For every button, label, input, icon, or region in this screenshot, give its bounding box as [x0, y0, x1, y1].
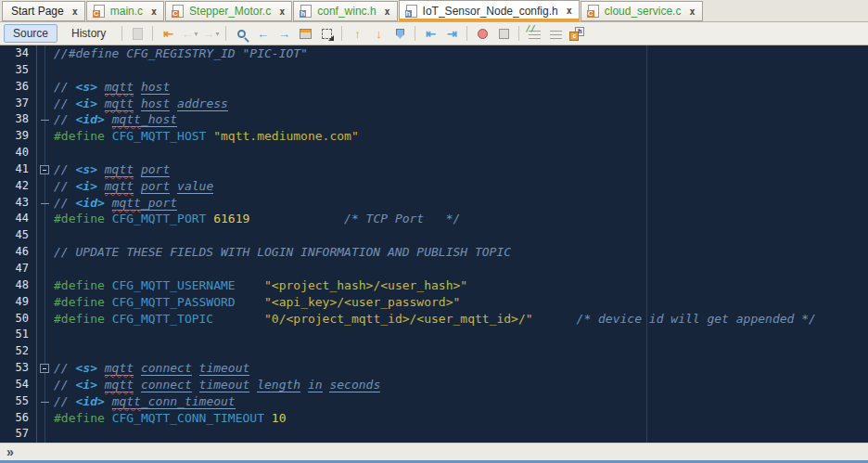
fold-column: [37, 311, 54, 328]
line-number: 41: [0, 161, 37, 178]
code-line-38[interactable]: 38// <id> mqtt_host: [0, 111, 868, 128]
fold-column: [37, 343, 54, 360]
line-number: 53: [0, 360, 37, 377]
code-line-42[interactable]: 42// <i> mqtt port value: [0, 178, 868, 195]
code-line-50[interactable]: 50#define CFG_MQTT_TOPIC "0/<project_mqt…: [0, 311, 868, 328]
breadcrumb-bar: »: [0, 443, 868, 460]
fold-column: [37, 426, 54, 443]
line-number: 52: [0, 343, 37, 360]
tab-stepper-motor-c[interactable]: CStepper_Motor.cx: [165, 1, 292, 21]
tab-close-icon[interactable]: x: [567, 6, 572, 16]
last-edit-location-icon[interactable]: ⇤: [160, 25, 176, 42]
forward-icon[interactable]: →▾: [202, 25, 219, 42]
fold-column: [37, 45, 54, 62]
fold-column: [37, 277, 54, 294]
tab-close-icon[interactable]: x: [72, 6, 78, 17]
previous-bookmark-icon[interactable]: ↑: [349, 25, 365, 42]
find-selection-icon[interactable]: [233, 25, 249, 42]
code-line-48[interactable]: 48#define CFG_MQTT_USERNAME "<project_ha…: [0, 277, 868, 294]
code-line-36[interactable]: 36// <s> mqtt host: [0, 79, 868, 96]
code-line-37[interactable]: 37// <i> mqtt host address: [0, 96, 868, 112]
code-text: // <s> mqtt connect timeout: [54, 360, 249, 377]
fold-end-mark: [41, 203, 49, 204]
code-line-55[interactable]: 55// <id> mqtt_conn_timeout: [0, 393, 868, 410]
breadcrumb-expand-icon[interactable]: »: [6, 445, 14, 458]
code-editor[interactable]: 34//#define CFG_REGISTRY_ID "PIC-IOT"353…: [0, 45, 868, 443]
code-line-45[interactable]: 45: [0, 227, 868, 244]
code-text: // <i> mqtt port value: [54, 178, 213, 195]
code-line-54[interactable]: 54// <i> mqtt connect timeout length in …: [0, 377, 868, 393]
code-line-41[interactable]: 41// <s> mqtt port: [0, 161, 868, 178]
line-number: 57: [0, 426, 37, 443]
tab-close-icon[interactable]: x: [689, 6, 695, 17]
fold-column: [37, 195, 54, 212]
toggle-bookmark-icon[interactable]: [391, 25, 408, 42]
tab-close-icon[interactable]: x: [151, 6, 157, 17]
tab-start-page[interactable]: Start Pagex: [2, 1, 85, 21]
code-line-52[interactable]: 52: [0, 343, 868, 360]
code-line-57[interactable]: 57: [0, 426, 868, 443]
tab-label: main.c: [110, 5, 143, 18]
tab-label: Stepper_Motor.c: [189, 5, 271, 18]
c-source-file-icon: C: [588, 5, 599, 18]
fold-end-mark: [41, 120, 49, 121]
source-button[interactable]: Source: [4, 24, 57, 43]
comment-icon[interactable]: //: [526, 25, 542, 42]
find-next-occurrence-icon[interactable]: →: [275, 25, 292, 42]
shift-line-right-icon[interactable]: ⇥: [443, 25, 460, 42]
tab-close-icon[interactable]: x: [385, 6, 390, 17]
line-number: 51: [0, 327, 37, 343]
line-number: 50: [0, 311, 37, 328]
versioning-diff-icon[interactable]: [129, 25, 146, 42]
line-number: 44: [0, 211, 37, 227]
code-text: // <s> mqtt host: [54, 79, 170, 96]
fold-column: [37, 244, 54, 261]
fold-column: [37, 393, 54, 410]
toolbar-separator: [341, 26, 342, 41]
code-line-43[interactable]: 43// <id> mqtt_port: [0, 195, 868, 212]
tab-conf-winc-h[interactable]: hconf_winc.hx: [293, 1, 397, 21]
uncomment-icon[interactable]: [547, 25, 564, 42]
header-file-icon: h: [300, 5, 312, 18]
shift-line-left-icon[interactable]: ⇤: [422, 25, 439, 42]
code-text: #define CFG_MQTT_CONN_TIMEOUT 10: [54, 410, 286, 427]
code-line-44[interactable]: 44#define CFG_MQTT_PORT 61619 /* TCP Por…: [0, 211, 868, 227]
fold-collapse-icon[interactable]: [40, 364, 49, 373]
code-line-35[interactable]: 35: [0, 62, 868, 79]
line-number: 48: [0, 277, 37, 294]
back-icon[interactable]: ←▾: [181, 25, 198, 42]
record-macro-icon[interactable]: [474, 25, 491, 42]
fold-column: [37, 96, 54, 112]
find-previous-occurrence-icon[interactable]: ←: [254, 25, 271, 42]
fold-column: [37, 261, 54, 277]
line-number: 40: [0, 145, 37, 161]
line-number: 39: [0, 128, 37, 145]
toggle-header-source-icon[interactable]: hc: [568, 25, 585, 42]
fold-column: [37, 145, 54, 161]
code-line-47[interactable]: 47: [0, 261, 868, 277]
toggle-rectangular-selection-icon[interactable]: [318, 25, 335, 42]
tab-close-icon[interactable]: x: [279, 6, 285, 17]
line-number: 45: [0, 227, 37, 244]
fold-column: [37, 178, 54, 195]
tab-iot-sensor-node-config-h[interactable]: hIoT_Sensor_Node_config.hx: [399, 0, 580, 21]
code-line-53[interactable]: 53// <s> mqtt connect timeout: [0, 360, 868, 377]
fold-column: [37, 161, 54, 178]
code-line-46[interactable]: 46// UPDATE THESE FIELDS WITH LOGIN INFO…: [0, 244, 868, 261]
tab-cloud-service-c[interactable]: Ccloud_service.cx: [581, 1, 703, 21]
code-line-56[interactable]: 56#define CFG_MQTT_CONN_TIMEOUT 10: [0, 410, 868, 427]
code-line-40[interactable]: 40: [0, 145, 868, 161]
history-button[interactable]: History: [62, 24, 115, 43]
stop-macro-icon[interactable]: [495, 25, 512, 42]
tab-main-c[interactable]: Cmain.cx: [86, 1, 164, 21]
fold-column: [37, 294, 54, 311]
fold-collapse-icon[interactable]: [40, 165, 49, 174]
fold-column: [37, 227, 54, 244]
code-line-51[interactable]: 51: [0, 327, 868, 343]
code-line-49[interactable]: 49#define CFG_MQTT_PASSWORD "<api_key>/<…: [0, 294, 868, 311]
toggle-highlight-search-icon[interactable]: [297, 25, 313, 42]
code-line-39[interactable]: 39#define CFG_MQTT_HOST "mqtt.mediumone.…: [0, 128, 868, 145]
next-bookmark-icon[interactable]: ↓: [370, 25, 387, 42]
code-line-34[interactable]: 34//#define CFG_REGISTRY_ID "PIC-IOT": [0, 45, 868, 62]
code-text: // UPDATE THESE FIELDS WITH LOGIN INFORM…: [54, 244, 511, 261]
